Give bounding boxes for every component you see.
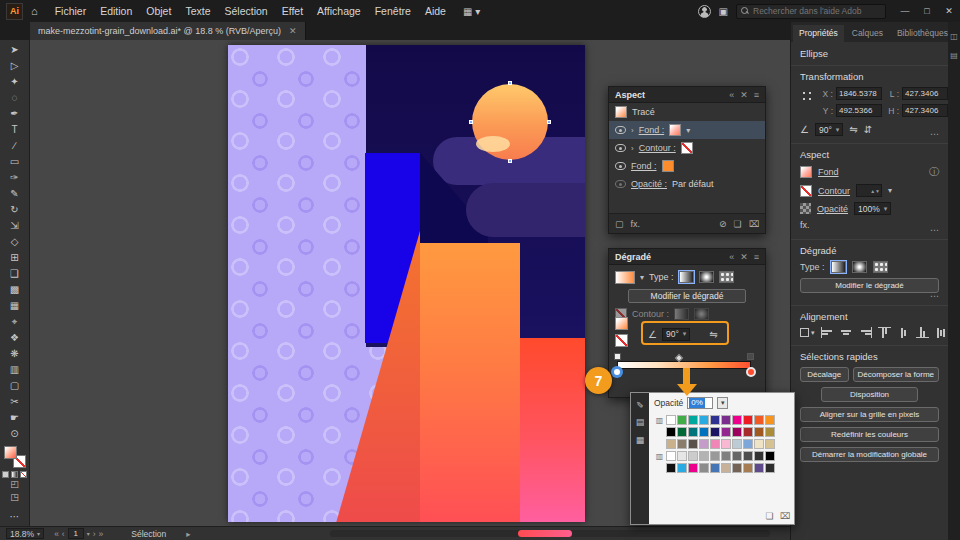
- artboard[interactable]: [228, 45, 585, 522]
- color-stop-left-selected[interactable]: [612, 367, 622, 377]
- color-swatch[interactable]: [754, 451, 764, 461]
- type-tool[interactable]: T: [0, 122, 29, 138]
- global-edit-button[interactable]: Démarrer la modification globale: [800, 447, 939, 462]
- home-icon[interactable]: ⌂: [31, 5, 38, 17]
- color-swatch[interactable]: [743, 415, 753, 425]
- artwork-cloud[interactable]: [466, 183, 585, 237]
- hand-tool[interactable]: ☛: [0, 410, 29, 426]
- color-swatch[interactable]: [710, 439, 720, 449]
- flip-horizontal-icon[interactable]: ⇋: [849, 124, 857, 135]
- artboard-number-input[interactable]: [68, 528, 84, 539]
- screen-mode-icon[interactable]: ◳: [10, 491, 19, 504]
- color-swatch[interactable]: [699, 463, 709, 473]
- align-left-icon[interactable]: [821, 327, 834, 338]
- transform-height-input[interactable]: [902, 104, 948, 117]
- radial-gradient-icon[interactable]: [699, 271, 714, 283]
- paintbrush-tool[interactable]: ✑: [0, 170, 29, 186]
- anchor-point[interactable]: [547, 120, 551, 124]
- color-swatch[interactable]: [688, 415, 698, 425]
- color-swatch[interactable]: [710, 463, 720, 473]
- first-artboard-icon[interactable]: «: [54, 529, 59, 539]
- menu-fenetre[interactable]: Fenêtre: [368, 0, 418, 22]
- tab-proprietes[interactable]: Propriétés: [793, 25, 844, 42]
- menu-fichier[interactable]: Fichier: [48, 0, 94, 22]
- color-swatch[interactable]: [743, 439, 753, 449]
- gradient-angle-select[interactable]: 90° ▾: [662, 328, 690, 341]
- gradient-mode-icon[interactable]: [11, 471, 18, 478]
- transform-x-input[interactable]: [836, 87, 882, 100]
- chevron-down-icon[interactable]: ▾: [640, 273, 644, 282]
- offset-button[interactable]: Décalage: [800, 367, 849, 382]
- expand-icon[interactable]: ›: [631, 144, 634, 153]
- artboard-tool[interactable]: ▢: [0, 378, 29, 394]
- color-panel-icon[interactable]: ▤: [636, 417, 645, 427]
- appearance-row-stroke[interactable]: › Contour :: [609, 139, 765, 157]
- color-swatch[interactable]: [732, 427, 742, 437]
- color-swatch[interactable]: [710, 415, 720, 425]
- color-mode-icon[interactable]: [2, 471, 9, 478]
- panel-menu-icon[interactable]: ≡: [754, 90, 759, 100]
- help-search[interactable]: [736, 4, 886, 19]
- gradient-preview-swatch[interactable]: [615, 271, 635, 284]
- minimize-button[interactable]: —: [894, 0, 916, 22]
- opacity-default-value[interactable]: Par défaut: [672, 179, 714, 189]
- color-swatch[interactable]: [677, 463, 687, 473]
- color-swatch[interactable]: [666, 463, 676, 473]
- fill-swatch[interactable]: [4, 446, 17, 459]
- eyedropper-tool[interactable]: ⌖: [0, 314, 29, 330]
- edit-toolbar-icon[interactable]: ⋯: [10, 511, 20, 522]
- fill-swatch[interactable]: [662, 160, 674, 172]
- menu-edition[interactable]: Edition: [93, 0, 139, 22]
- color-swatch[interactable]: [688, 463, 698, 473]
- align-to-selector[interactable]: ▾: [800, 328, 815, 337]
- transform-y-input[interactable]: [836, 104, 882, 117]
- reverse-gradient-icon[interactable]: ⇋: [709, 329, 717, 340]
- rotate-tool[interactable]: ↻: [0, 202, 29, 218]
- more-options-icon[interactable]: ⋯: [930, 129, 940, 139]
- menu-texte[interactable]: Texte: [178, 0, 217, 22]
- width-tool[interactable]: ◇: [0, 234, 29, 250]
- color-swatch[interactable]: [721, 451, 731, 461]
- close-icon[interactable]: ✕: [740, 90, 748, 100]
- horizontal-scrollbar[interactable]: [330, 530, 770, 537]
- last-artboard-icon[interactable]: »: [99, 529, 104, 539]
- color-swatch[interactable]: [688, 439, 698, 449]
- fill-label[interactable]: Fond: [818, 167, 839, 177]
- next-artboard-icon[interactable]: ›: [93, 529, 96, 539]
- mesh-tool[interactable]: ▦: [0, 298, 29, 314]
- pen-tool[interactable]: ✒: [0, 106, 29, 122]
- color-swatch[interactable]: [677, 439, 687, 449]
- fill-swatch[interactable]: [800, 166, 812, 178]
- fill-rail-swatch[interactable]: [615, 317, 628, 330]
- visibility-eye-icon[interactable]: [615, 162, 626, 170]
- fill-stroke-selector[interactable]: [4, 446, 26, 468]
- distribute-v-icon[interactable]: [935, 327, 948, 338]
- stop-opacity-input[interactable]: 0%: [687, 397, 713, 409]
- align-top-icon[interactable]: [878, 327, 891, 338]
- radial-gradient-icon[interactable]: [852, 261, 867, 273]
- maximize-button[interactable]: □: [916, 0, 938, 22]
- previous-artboard-icon[interactable]: ‹: [62, 529, 65, 539]
- freeform-gradient-icon[interactable]: [873, 261, 888, 273]
- scale-tool[interactable]: ⇲: [0, 218, 29, 234]
- close-icon[interactable]: ✕: [740, 252, 748, 262]
- blend-tool[interactable]: ❖: [0, 330, 29, 346]
- color-swatch[interactable]: [710, 427, 720, 437]
- linear-gradient-icon[interactable]: [831, 261, 846, 273]
- swatches-panel-icon[interactable]: ▦: [636, 435, 645, 445]
- anchor-point[interactable]: [469, 120, 473, 124]
- recolor-button[interactable]: Redéfinir les couleurs: [800, 427, 939, 442]
- rotation-select[interactable]: 90° ▾: [815, 123, 843, 136]
- slice-tool[interactable]: ✂: [0, 394, 29, 410]
- transform-width-input[interactable]: [902, 87, 948, 100]
- visibility-eye-icon[interactable]: [615, 126, 626, 134]
- linear-gradient-icon[interactable]: [679, 271, 694, 283]
- color-swatch[interactable]: [699, 439, 709, 449]
- visibility-eye-icon[interactable]: [615, 180, 626, 188]
- delete-swatch-icon[interactable]: ⌧: [780, 511, 790, 521]
- color-swatch[interactable]: [710, 451, 720, 461]
- align-right-icon[interactable]: [859, 327, 872, 338]
- anchor-point[interactable]: [508, 81, 512, 85]
- magic-wand-tool[interactable]: ✦: [0, 74, 29, 90]
- stroke-width-stepper[interactable]: ▲▼: [856, 184, 882, 197]
